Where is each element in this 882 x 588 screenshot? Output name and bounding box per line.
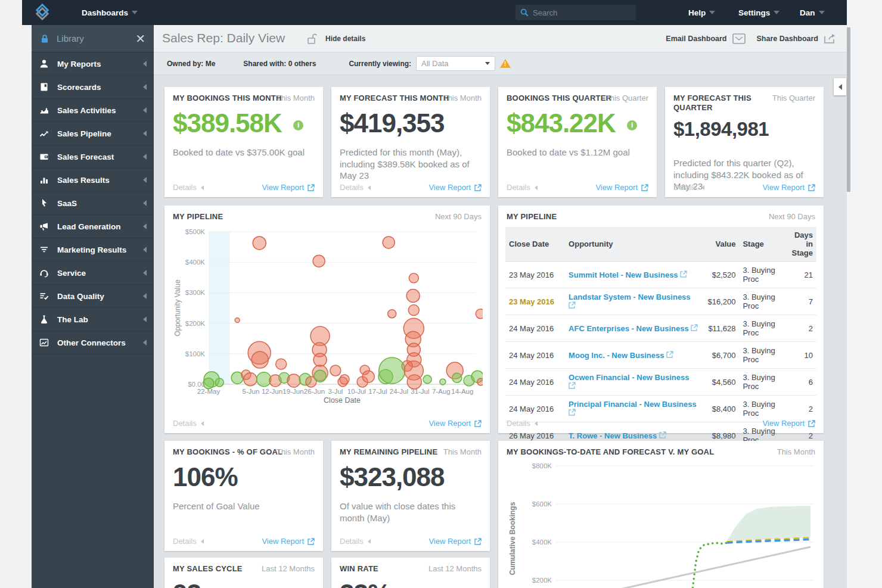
view-report-link[interactable]: View Report [762, 183, 815, 192]
table-row: 24 May 2016Moog Inc. - New Business $6,7… [505, 342, 816, 369]
view-report-link[interactable]: View Report [428, 537, 482, 546]
column-header[interactable]: Stage [739, 227, 788, 262]
view-report-label: View Report [762, 419, 805, 428]
sidebar-item-my-reports[interactable]: My Reports [32, 52, 154, 76]
value-cell: $2,520 [703, 262, 739, 288]
share-icon[interactable] [824, 33, 837, 44]
svg-text:$400K: $400K [185, 259, 206, 266]
value-cell: $16,200 [703, 288, 739, 315]
kpi-value: $419,353 [340, 108, 445, 138]
svg-text:$200K: $200K [532, 577, 552, 584]
sidebar-item-saas[interactable]: SaaS [32, 192, 154, 215]
sidebar-item-the-lab[interactable]: The Lab [32, 308, 154, 331]
data-filter-select[interactable]: All Data [416, 56, 495, 71]
sidebar-item-label: SaaS [57, 199, 143, 208]
sidebar-item-sales-pipeline[interactable]: Sales Pipeline [32, 122, 154, 145]
view-report-link[interactable]: View Report [762, 419, 815, 428]
kpi-card: MY REMAINING PIPELINEThis Month$323,088O… [331, 441, 490, 551]
view-report-link[interactable]: View Report [595, 183, 648, 192]
chevron-down-icon [709, 11, 715, 14]
library-title: Library [57, 33, 135, 43]
external-link-icon [569, 301, 576, 309]
sidebar-item-scorecards[interactable]: Scorecards [32, 76, 154, 99]
help-menu[interactable]: Help [688, 0, 715, 25]
details-link[interactable]: Details [340, 183, 371, 192]
sidebar-item-other-connectors[interactable]: Other Connectors [32, 331, 154, 354]
kpi-card: MY FORECAST THIS MONTHThis Month$419,353… [331, 87, 490, 197]
sidebar-item-marketing-results[interactable]: Marketing Results [32, 238, 154, 262]
opportunity-cell: Principal Financial - New Business [565, 396, 703, 422]
dashboards-menu[interactable]: Dashboards [82, 0, 138, 25]
sidebar-item-sales-forecast[interactable]: Sales Forecast [32, 145, 154, 169]
column-header[interactable]: Days in Stage [788, 227, 817, 262]
stage-cell: 3. Buying Proc [739, 315, 788, 342]
warning-icon[interactable]: ! [500, 59, 511, 68]
value-cell: $4,560 [703, 369, 739, 396]
details-link[interactable]: Details [173, 183, 204, 192]
search-input[interactable] [533, 8, 628, 17]
email-icon[interactable] [732, 33, 746, 44]
table-row: 24 May 2016AFC Enterprises - New Busines… [505, 315, 816, 342]
sidebar-item-service[interactable]: Service [32, 262, 154, 285]
card-period: Last 12 Months [428, 564, 482, 573]
sidebar-item-sales-results[interactable]: Sales Results [32, 169, 154, 192]
pipeline-bubble-chart[interactable]: $500K$400K$300K$200K$100K$0.0022-May5-Ju… [172, 225, 483, 406]
opportunity-link[interactable]: T. Rowe - New Business [569, 431, 657, 440]
column-header[interactable]: Value [703, 227, 739, 262]
view-report-link[interactable]: View Report [262, 537, 315, 546]
info-icon[interactable]: i [627, 120, 637, 130]
email-dashboard-button[interactable]: Email Dashboard [666, 35, 726, 43]
kpi-card: MY BOOKINGS THIS MONTHThis Month$389.58K… [164, 87, 323, 197]
view-report-link[interactable]: View Report [262, 183, 315, 192]
card-title: MY FORECAST THIS MONTH [340, 94, 449, 103]
settings-menu[interactable]: Settings [738, 0, 779, 25]
svg-text:$200K: $200K [185, 320, 206, 327]
svg-text:$100K: $100K [185, 350, 206, 357]
help-menu-label: Help [688, 8, 706, 17]
checklist-icon [39, 291, 49, 301]
sidebar-item-data-quality[interactable]: Data Quality [32, 285, 154, 308]
stage-cell: 3. Buying Proc [739, 262, 788, 288]
external-link-icon [666, 351, 673, 358]
lock-open-icon[interactable] [306, 33, 317, 45]
view-report-link[interactable]: View Report [428, 183, 482, 192]
sidebar-item-label: Sales Results [57, 176, 143, 185]
view-report-label: View Report [428, 183, 471, 192]
hide-details-button[interactable]: Hide details [325, 35, 365, 43]
sidebar-item-lead-generation[interactable]: Lead Generation [32, 215, 154, 238]
column-header[interactable]: Opportunity [565, 227, 703, 262]
app-logo-icon[interactable] [35, 4, 53, 21]
kpi-card: WIN RATELast 12 Months33% [331, 558, 490, 588]
external-link-icon [474, 538, 482, 545]
opportunity-link[interactable]: Landstar System - New Business [569, 293, 690, 301]
vertical-scrollbar[interactable] [847, 27, 850, 192]
opportunity-link[interactable]: Principal Financial - New Business [569, 400, 697, 409]
chevron-left-icon [143, 293, 147, 299]
sidebar-item-sales-activities[interactable]: Sales Activities [32, 99, 154, 122]
close-icon[interactable]: ✕ [135, 33, 145, 45]
details-link[interactable]: Details [340, 537, 371, 546]
details-link[interactable]: Details [507, 183, 538, 192]
bookings-forecast-chart[interactable]: $800K$600K$400K$200KCumulative Bookings [505, 461, 816, 588]
search-box[interactable] [515, 5, 636, 20]
details-link[interactable]: Details [173, 419, 204, 428]
opportunity-link[interactable]: Moog Inc. - New Business [569, 351, 664, 360]
close-date-cell: 24 May 2016 [505, 369, 565, 396]
view-report-label: View Report [262, 537, 304, 546]
user-menu[interactable]: Dan [800, 0, 825, 25]
opportunity-link[interactable]: Ocwen Financial - New Business [569, 373, 689, 382]
details-link[interactable]: Details [173, 537, 204, 546]
info-icon[interactable]: i [293, 120, 303, 130]
column-header[interactable]: Close Date [505, 227, 565, 262]
collapse-panel-button[interactable] [834, 78, 846, 95]
svg-text:$0.00: $0.00 [188, 381, 205, 388]
details-link[interactable]: Details [673, 183, 704, 192]
external-link-icon [641, 184, 648, 191]
chevron-left-icon [143, 84, 147, 90]
opportunity-link[interactable]: Summit Hotel - New Business [569, 270, 678, 279]
view-report-link[interactable]: View Report [428, 419, 482, 428]
opportunity-link[interactable]: AFC Enterprises - New Business [569, 324, 689, 333]
details-link[interactable]: Details [507, 419, 538, 428]
chevron-left-icon [143, 154, 147, 160]
share-dashboard-button[interactable]: Share Dashboard [756, 35, 818, 43]
